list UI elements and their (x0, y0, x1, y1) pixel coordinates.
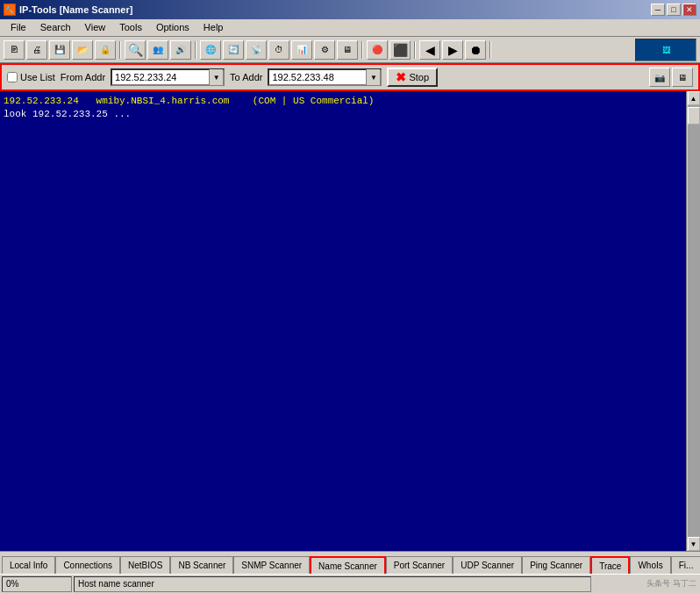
toolbar-separator-2 (195, 41, 196, 59)
tab-nb-scanner[interactable]: NB Scanner (170, 556, 233, 574)
toolbar-btn-5[interactable]: 🔒 (95, 40, 116, 60)
title-bar-left: 🔧 IP-Tools [Name Scanner] (4, 4, 132, 16)
from-addr-label: From Addr (61, 72, 105, 82)
toolbar-btn-9[interactable]: 🌐 (200, 40, 221, 60)
thumbnail-label: 🖼 (662, 46, 670, 54)
toolbar-separator-5 (489, 41, 491, 59)
toolbar-btn-17[interactable]: ⬛ (389, 40, 411, 60)
toolbar-btn-1[interactable]: 🖹 (4, 40, 25, 60)
controls-bar: Use List From Addr ▼ To Addr ▼ ✖ Stop 📷 … (0, 63, 700, 91)
tab-name-scanner[interactable]: Name Scanner (310, 556, 386, 574)
tab-ping-scanner[interactable]: Ping Scanner (522, 556, 590, 574)
app-icon: 🔧 (4, 4, 16, 16)
menu-options[interactable]: Options (149, 21, 196, 34)
close-button[interactable]: ✕ (682, 4, 696, 16)
toolbar-btn-nav-stop[interactable]: ⏺ (465, 40, 486, 60)
toolbar-btn-6[interactable]: 🔍 (125, 40, 146, 60)
tab-whois[interactable]: WhoIs (630, 556, 670, 574)
toolbar-btn-11[interactable]: 📡 (246, 40, 267, 60)
menu-help[interactable]: Help (196, 21, 231, 34)
output-line-2: look 192.52.233.25 ... (4, 108, 682, 121)
toolbar-btn-3[interactable]: 💾 (49, 40, 70, 60)
scroll-up-arrow[interactable]: ▲ (688, 91, 700, 105)
toolbar-btn-15[interactable]: 🖥 (337, 40, 358, 60)
use-list-label: Use List (20, 72, 55, 82)
status-bar: 0% Host name scanner 头条号 马丁二 (0, 574, 700, 593)
to-addr-dropdown-arrow[interactable]: ▼ (366, 69, 380, 85)
toolbar-btn-14[interactable]: ⚙ (314, 40, 335, 60)
tab-port-scanner[interactable]: Port Scanner (386, 556, 453, 574)
tab-connections[interactable]: Connections (55, 556, 120, 574)
scroll-down-arrow[interactable]: ▼ (688, 537, 700, 551)
maximize-button[interactable]: □ (667, 4, 681, 16)
use-list-wrapper: Use List (7, 72, 55, 82)
toolbar-btn-7[interactable]: 👥 (147, 40, 168, 60)
vertical-scrollbar[interactable]: ▲ ▼ (686, 91, 700, 551)
toolbar-separator-1 (119, 41, 121, 59)
use-list-checkbox[interactable] (7, 72, 18, 82)
progress-value: 0% (6, 579, 18, 589)
toolbar-separator-4 (414, 41, 416, 59)
tab-local-info[interactable]: Local Info (2, 556, 55, 574)
toolbar-btn-nav-back[interactable]: ◀ (419, 40, 440, 60)
from-addr-combobox[interactable]: ▼ (111, 68, 225, 86)
stop-icon: ✖ (396, 70, 406, 84)
minimize-button[interactable]: ─ (651, 4, 665, 16)
toolbar-btn-2[interactable]: 🖨 (26, 40, 47, 60)
tab-snmp-scanner[interactable]: SNMP Scanner (233, 556, 310, 574)
tab-udp-scanner[interactable]: UDP Scanner (453, 556, 522, 574)
toolbar-btn-4[interactable]: 📂 (72, 40, 93, 60)
to-addr-combobox[interactable]: ▼ (268, 68, 382, 86)
toolbar-separator-3 (361, 41, 363, 59)
right-toolbar-icons: 📷 🖥 (649, 68, 693, 87)
menu-bar: File Search View Tools Options Help (0, 19, 700, 37)
scroll-track[interactable] (688, 105, 700, 537)
right-btn-2[interactable]: 🖥 (672, 68, 693, 87)
tab-trace[interactable]: Trace (590, 556, 630, 574)
toolbar: 🖹 🖨 💾 📂 🔒 🔍 👥 🔊 🌐 🔄 📡 ⏱ 📊 ⚙ 🖥 🔴 ⬛ ◀ ▶ ⏺ … (0, 37, 700, 63)
menu-file[interactable]: File (4, 21, 33, 34)
toolbar-btn-16[interactable]: 🔴 (367, 40, 388, 60)
tab-finger[interactable]: Fi... (671, 556, 700, 574)
toolbar-btn-10[interactable]: 🔄 (223, 40, 244, 60)
status-description: Host name scanner (74, 576, 591, 592)
content-area: 192.52.233.24 wmiby.NBSI_4.harris.com (C… (0, 91, 700, 551)
title-bar: 🔧 IP-Tools [Name Scanner] ─ □ ✕ (0, 0, 700, 19)
toolbar-btn-nav-fwd[interactable]: ▶ (442, 40, 463, 60)
output-line-1: 192.52.233.24 wmiby.NBSI_4.harris.com (C… (4, 95, 682, 108)
branding-area: 头条号 马丁二 (593, 575, 698, 593)
tab-bar: Local Info Connections NetBIOS NB Scanne… (0, 551, 700, 574)
to-addr-input[interactable] (269, 71, 366, 83)
stop-label: Stop (409, 72, 429, 82)
scroll-thumb[interactable] (688, 107, 700, 125)
from-addr-dropdown-arrow[interactable]: ▼ (209, 69, 223, 85)
toolbar-btn-13[interactable]: 📊 (291, 40, 312, 60)
status-progress: 0% (2, 576, 72, 592)
status-desc-text: Host name scanner (78, 579, 154, 589)
thumbnail-area: 🖼 (635, 39, 696, 61)
window-title: IP-Tools [Name Scanner] (19, 4, 132, 15)
tab-netbios[interactable]: NetBIOS (120, 556, 170, 574)
from-addr-input[interactable] (112, 71, 209, 83)
right-btn-1[interactable]: 📷 (649, 68, 670, 87)
branding-text: 头条号 马丁二 (646, 578, 696, 589)
output-area: 192.52.233.24 wmiby.NBSI_4.harris.com (C… (0, 91, 686, 551)
to-addr-label: To Addr (230, 72, 262, 82)
menu-search[interactable]: Search (33, 21, 78, 34)
menu-view[interactable]: View (78, 21, 113, 34)
menu-tools[interactable]: Tools (112, 21, 149, 34)
stop-button[interactable]: ✖ Stop (387, 68, 438, 87)
title-bar-buttons: ─ □ ✕ (651, 4, 696, 16)
toolbar-btn-8[interactable]: 🔊 (170, 40, 191, 60)
main-window: 🔧 IP-Tools [Name Scanner] ─ □ ✕ File Sea… (0, 0, 700, 593)
toolbar-btn-12[interactable]: ⏱ (268, 40, 289, 60)
